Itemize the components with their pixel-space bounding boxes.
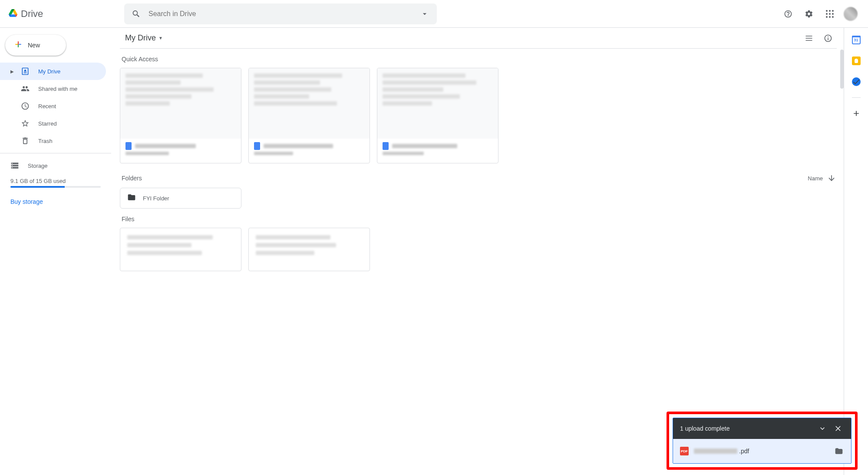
storage-bar (10, 186, 101, 188)
calendar-app-icon[interactable]: 31 (848, 31, 865, 49)
new-button[interactable]: New (5, 35, 66, 56)
drive-logo-icon (9, 9, 17, 19)
panel-divider (852, 97, 861, 98)
search-input[interactable] (145, 10, 416, 18)
search-options-icon[interactable] (416, 5, 433, 23)
sort-by-name[interactable]: Name (808, 175, 826, 182)
sidebar-item-my-drive[interactable]: ▶ My Drive (0, 63, 106, 80)
folder-card[interactable]: FYI Folder (120, 188, 241, 209)
sidebar-item-label: Recent (38, 103, 56, 110)
plus-icon (14, 40, 23, 50)
breadcrumb-label: My Drive (125, 33, 156, 43)
sidebar-item-label: Trash (38, 138, 53, 144)
header: Drive (0, 0, 868, 28)
avatar (844, 7, 858, 21)
trash-icon (21, 136, 30, 145)
upload-toast-item[interactable]: PDF .pdf (673, 439, 851, 463)
search-icon[interactable] (128, 5, 145, 23)
storage-icon (10, 161, 19, 170)
quick-access-row (120, 68, 837, 163)
toast-minimize-button[interactable] (816, 422, 828, 435)
sidebar: New ▶ My Drive Shared with me (0, 28, 111, 475)
scrollbar[interactable] (840, 50, 844, 89)
file-card[interactable] (120, 228, 241, 271)
side-panel: 31 (844, 28, 868, 475)
sort-arrow-icon[interactable] (826, 174, 837, 183)
buy-storage-link[interactable]: Buy storage (10, 195, 43, 209)
product-name: Drive (21, 8, 43, 20)
toast-close-button[interactable] (832, 422, 844, 435)
storage-fill (10, 186, 65, 188)
sidebar-item-shared[interactable]: Shared with me (0, 80, 106, 97)
folders-title: Folders (122, 175, 142, 182)
divider (0, 153, 111, 153)
sidebar-item-label: Starred (38, 120, 57, 127)
support-button[interactable] (779, 5, 797, 23)
content-header: My Drive ▼ (120, 28, 837, 49)
settings-button[interactable] (800, 5, 818, 23)
folder-name: FYI Folder (143, 195, 169, 202)
details-button[interactable] (819, 30, 837, 47)
sidebar-item-label: My Drive (38, 68, 60, 75)
star-icon (21, 119, 30, 128)
apps-grid-icon (826, 10, 834, 18)
locate-file-button[interactable] (834, 446, 844, 456)
keep-app-icon[interactable] (848, 52, 865, 70)
expand-icon[interactable]: ▶ (10, 69, 16, 74)
apps-button[interactable] (821, 5, 838, 23)
sidebar-item-trash[interactable]: Trash (0, 132, 106, 149)
people-icon (21, 84, 30, 93)
clock-icon (21, 102, 30, 110)
upload-toast-highlight: 1 upload complete PDF .pdf (667, 412, 858, 470)
quick-access-card[interactable] (120, 68, 241, 163)
caret-down-icon: ▼ (158, 36, 163, 40)
calendar-day: 31 (854, 38, 858, 42)
breadcrumb[interactable]: My Drive ▼ (122, 32, 166, 44)
quick-access-card[interactable] (377, 68, 498, 163)
sidebar-item-recent[interactable]: Recent (0, 97, 106, 115)
drive-icon (21, 67, 30, 76)
add-addon-button[interactable] (848, 105, 865, 122)
header-actions (779, 5, 865, 23)
sidebar-item-starred[interactable]: Starred (0, 115, 106, 132)
storage-label: Storage (28, 163, 48, 169)
upload-toast-header: 1 upload complete (673, 418, 851, 439)
sidebar-item-label: Shared with me (38, 86, 77, 92)
file-extension: .pdf (739, 448, 749, 455)
file-card[interactable] (248, 228, 370, 271)
search-bar[interactable] (124, 3, 437, 24)
pdf-icon: PDF (680, 447, 689, 455)
folder-icon (127, 193, 136, 203)
quick-access-title: Quick Access (122, 56, 837, 63)
uploaded-filename: .pdf (694, 448, 749, 455)
content-area: My Drive ▼ Quick Access (111, 28, 844, 475)
sidebar-item-storage[interactable]: Storage (10, 157, 101, 174)
quick-access-card[interactable] (248, 68, 370, 163)
upload-toast: 1 upload complete PDF .pdf (673, 418, 851, 464)
new-button-label: New (28, 42, 40, 49)
tasks-app-icon[interactable] (848, 73, 865, 90)
upload-toast-title: 1 upload complete (680, 425, 729, 432)
storage-used-text: 9.1 GB of 15 GB used (10, 178, 101, 184)
files-title: Files (122, 216, 837, 223)
account-button[interactable] (842, 5, 859, 23)
list-view-button[interactable] (800, 30, 818, 47)
logo-area[interactable]: Drive (3, 8, 107, 20)
